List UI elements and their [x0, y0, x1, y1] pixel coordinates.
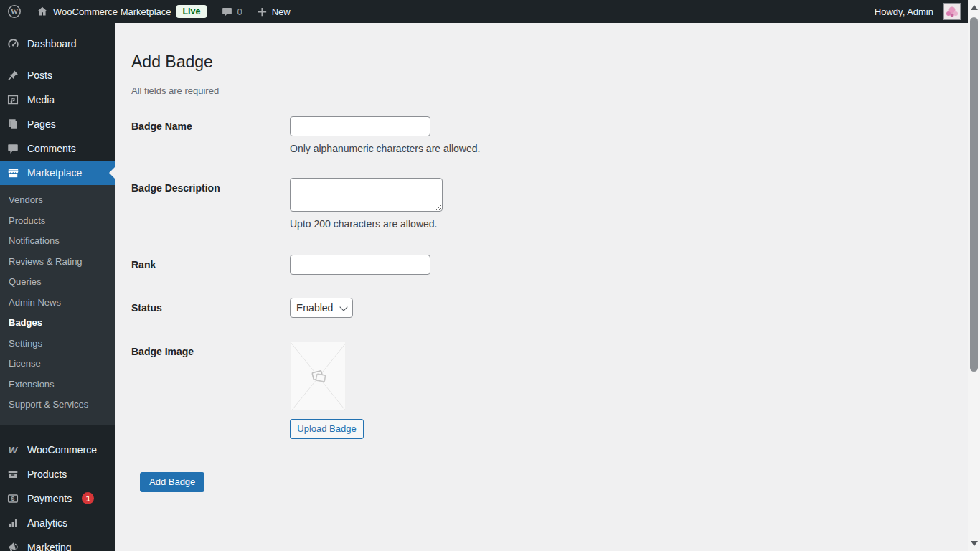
- submenu-item-license[interactable]: License: [0, 354, 115, 375]
- add-badge-submit-button[interactable]: Add Badge: [140, 472, 204, 492]
- woocommerce-icon: W: [6, 443, 20, 457]
- pages-icon: [6, 118, 20, 131]
- dashboard-gauge-icon: [6, 37, 20, 51]
- live-status-badge: Live: [176, 5, 206, 18]
- home-icon: [36, 5, 49, 18]
- submenu-item-products[interactable]: Products: [0, 211, 115, 232]
- dollar-icon: $: [6, 492, 20, 505]
- sidebar-item-label: Comments: [27, 143, 76, 154]
- new-content-button[interactable]: New: [250, 0, 298, 23]
- sidebar-item-label: Products: [27, 468, 67, 480]
- upload-badge-button[interactable]: Upload Badge: [290, 419, 364, 439]
- badge-image-row: Badge Image Upload Badge: [131, 342, 951, 439]
- media-icon: [6, 93, 20, 106]
- megaphone-icon: [6, 540, 20, 551]
- broken-image-icon: [312, 370, 326, 381]
- sidebar-item-payments[interactable]: $ Payments 1: [0, 486, 115, 511]
- bar-chart-icon: [6, 517, 20, 529]
- sidebar-item-pages[interactable]: Pages: [0, 112, 115, 136]
- submenu-item-notifications[interactable]: Notifications: [0, 231, 115, 252]
- sidebar-item-label: Pages: [27, 118, 56, 130]
- svg-text:W: W: [9, 444, 19, 455]
- plus-icon: [257, 6, 268, 17]
- box-icon: [6, 468, 20, 481]
- badge-description-textarea[interactable]: [290, 178, 443, 212]
- sidebar-item-label: Posts: [27, 70, 52, 81]
- sidebar-item-analytics[interactable]: Analytics: [0, 511, 115, 535]
- payments-notification-badge: 1: [82, 492, 94, 504]
- comments-moderation-link[interactable]: 0: [214, 0, 250, 23]
- rank-label: Rank: [131, 255, 290, 270]
- status-row: Status Enabled: [131, 298, 951, 318]
- store-icon: [6, 166, 20, 180]
- sidebar-item-wc-products[interactable]: Products: [0, 462, 115, 486]
- status-label: Status: [131, 298, 290, 314]
- submenu-item-queries[interactable]: Queries: [0, 272, 115, 293]
- page-subtitle: All fields are required: [131, 85, 951, 96]
- badge-name-label: Badge Name: [131, 116, 290, 132]
- sidebar-item-dashboard[interactable]: Dashboard: [0, 32, 115, 56]
- badge-description-label: Badge Description: [131, 178, 290, 194]
- sidebar-item-label: Marketing: [27, 542, 71, 551]
- sidebar-item-label: Payments: [27, 493, 72, 504]
- wordpress-menu-button[interactable]: W: [0, 0, 29, 23]
- submenu-item-settings[interactable]: Settings: [0, 334, 115, 354]
- vertical-scrollbar[interactable]: [968, 0, 980, 551]
- submenu-item-admin-news[interactable]: Admin News: [0, 293, 115, 314]
- sidebar-item-label: Dashboard: [27, 38, 77, 50]
- comment-bubble-icon: [221, 6, 233, 18]
- badge-name-hint: Only alphanumeric characters are allowed…: [290, 143, 480, 154]
- marketplace-submenu: Vendors Products Notifications Reviews &…: [0, 185, 115, 425]
- sidebar-item-woocommerce[interactable]: W WooCommerce: [0, 438, 115, 462]
- comment-count: 0: [237, 6, 242, 17]
- avatar: [943, 3, 961, 20]
- badge-description-row: Badge Description Upto 200 characters ar…: [131, 178, 951, 230]
- status-select[interactable]: Enabled: [290, 298, 353, 318]
- scrollbar-thumb[interactable]: [970, 17, 978, 372]
- wordpress-logo-icon: W: [7, 4, 22, 19]
- add-badge-form: Badge Name Only alphanumeric characters …: [131, 116, 951, 492]
- sidebar-item-media[interactable]: Media: [0, 88, 115, 112]
- submenu-item-badges[interactable]: Badges: [0, 313, 115, 334]
- sidebar-item-label: Analytics: [27, 517, 67, 529]
- scroll-down-arrow-icon[interactable]: [971, 541, 978, 546]
- howdy-text: Howdy, Admin: [875, 6, 933, 17]
- account-menu[interactable]: Howdy, Admin: [867, 0, 961, 23]
- sidebar-item-comments[interactable]: Comments: [0, 136, 115, 161]
- page-title: Add Badge: [131, 52, 951, 73]
- admin-bar: W WooCommerce Marketplace Live 0: [0, 0, 980, 23]
- rank-row: Rank: [131, 255, 951, 275]
- menu-separator: [0, 56, 115, 63]
- svg-text:$: $: [11, 495, 15, 502]
- site-name-link[interactable]: WooCommerce Marketplace Live: [29, 0, 214, 23]
- scroll-up-arrow-icon[interactable]: [971, 5, 978, 10]
- menu-separator: [0, 425, 115, 438]
- submenu-item-vendors[interactable]: Vendors: [0, 190, 115, 211]
- sidebar-item-label: Marketplace: [27, 167, 82, 179]
- badge-description-hint: Upto 200 characters are allowed.: [290, 218, 443, 230]
- pushpin-icon: [6, 69, 20, 82]
- badge-image-preview: [290, 342, 346, 411]
- submenu-item-reviews-rating[interactable]: Reviews & Rating: [0, 252, 115, 273]
- submenu-item-support-services[interactable]: Support & Services: [0, 395, 115, 415]
- admin-sidebar: Dashboard Posts Media Pages: [0, 23, 115, 551]
- new-label: New: [272, 6, 291, 17]
- comments-icon: [6, 142, 20, 155]
- sidebar-item-label: WooCommerce: [27, 444, 97, 456]
- badge-image-label: Badge Image: [131, 342, 290, 357]
- submenu-item-extensions[interactable]: Extensions: [0, 375, 115, 395]
- sidebar-item-label: Media: [27, 94, 55, 105]
- site-name-label: WooCommerce Marketplace: [53, 6, 171, 17]
- sidebar-item-posts[interactable]: Posts: [0, 63, 115, 88]
- sidebar-item-marketing[interactable]: Marketing: [0, 535, 115, 551]
- badge-name-input[interactable]: [290, 116, 430, 136]
- badge-name-row: Badge Name Only alphanumeric characters …: [131, 116, 951, 154]
- svg-text:W: W: [11, 8, 19, 16]
- rank-input[interactable]: [290, 255, 430, 275]
- main-content: Add Badge All fields are required Badge …: [115, 23, 980, 551]
- sidebar-item-marketplace[interactable]: Marketplace: [0, 161, 115, 185]
